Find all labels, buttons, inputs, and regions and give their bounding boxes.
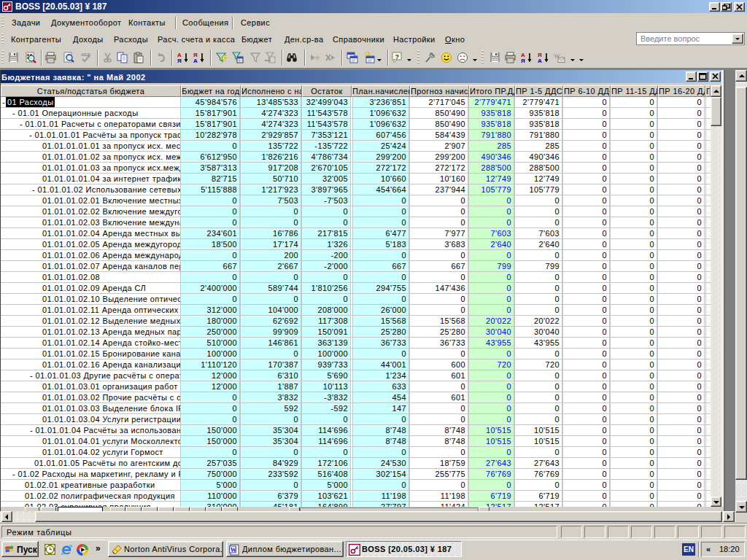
svg-text:А: А: [538, 58, 542, 63]
svg-text:Я: Я: [521, 58, 525, 63]
svg-text:W: W: [231, 546, 237, 553]
svg-text:А: А: [193, 58, 198, 63]
svg-text:Я: Я: [177, 58, 182, 63]
svg-text:?: ?: [395, 53, 400, 61]
